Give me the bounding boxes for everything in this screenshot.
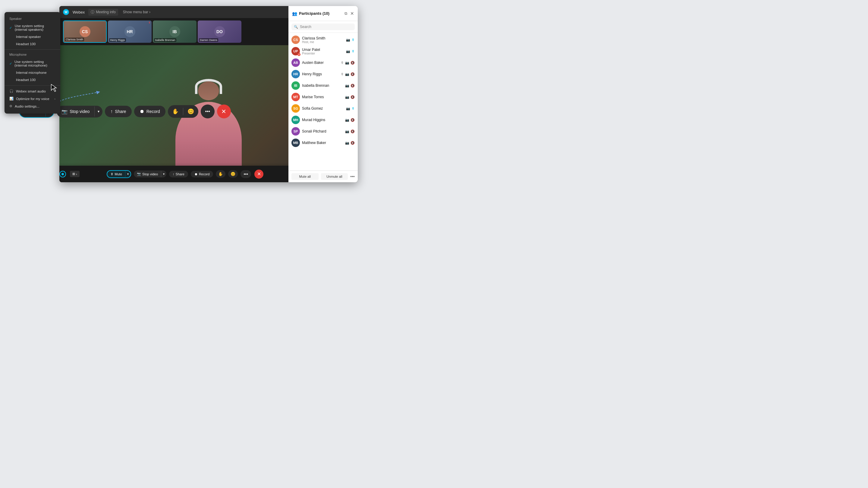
record-button[interactable]: ⏺ Record bbox=[191, 171, 213, 177]
henry-mic-icon: 🎙 bbox=[341, 72, 344, 76]
internal-speaker-option[interactable]: Internal speaker bbox=[4, 33, 60, 40]
share-label: Share bbox=[176, 172, 184, 176]
stop-video-chevron[interactable]: ▾ bbox=[161, 171, 166, 177]
meeting-info-button[interactable]: ⓘ Meeting info bbox=[88, 9, 118, 16]
internal-mic-label: Internal microphone bbox=[16, 71, 47, 74]
more-participants-options[interactable]: ••• bbox=[350, 174, 355, 179]
large-stop-video-button[interactable]: 📷 Stop video bbox=[57, 106, 94, 118]
hand-raise-button[interactable]: ✋ bbox=[216, 170, 225, 178]
thumbnail-isabelle[interactable]: IB Isabelle Brennan bbox=[153, 21, 196, 43]
headphones bbox=[195, 79, 222, 94]
participants-list: CS Clarissa Smith Host, me 📷 🎙 UP S Umar… bbox=[288, 33, 358, 170]
large-record-label: Record bbox=[147, 109, 160, 114]
clarissa-mic-icon: 🎙 bbox=[351, 38, 355, 41]
avatar-matthew: MB bbox=[291, 138, 300, 147]
stop-video-button[interactable]: 📷 Stop video bbox=[134, 170, 161, 177]
participant-austen[interactable]: AB Austen Baker 🎙 📷 🔇 bbox=[288, 57, 358, 68]
mute-button-group: 🎙 Mute ▾ bbox=[107, 170, 131, 178]
thumb-name-darren: Darren Owens bbox=[199, 38, 218, 42]
sonali-info: Sonali Pitchard bbox=[302, 129, 343, 133]
internal-mic-option[interactable]: Internal microphone bbox=[4, 69, 60, 76]
thumbnail-clarissa[interactable]: CS Clarissa Smith bbox=[63, 21, 107, 43]
matthew-icons: 📷 🔇 bbox=[345, 141, 355, 145]
umar-name: Umar Patel bbox=[302, 47, 344, 52]
large-hand-button[interactable]: ✋ bbox=[168, 105, 183, 118]
participant-sofia[interactable]: SG Sofia Gomez 📷 🎙 bbox=[288, 103, 358, 114]
large-share-button[interactable]: ↑ Share bbox=[105, 106, 131, 117]
show-menu-bar-button[interactable]: Show menu bar › bbox=[123, 10, 150, 14]
thumbnail-henry[interactable]: HR 🎙 Henry Riggs bbox=[108, 21, 152, 43]
matthew-cam-icon: 📷 bbox=[345, 141, 349, 145]
participant-matthew[interactable]: MB Matthew Baker 📷 🔇 bbox=[288, 137, 358, 149]
participant-marise[interactable]: MT Marise Torres 📷 🔇 bbox=[288, 91, 358, 103]
headset-speaker-option[interactable]: Headset 100 bbox=[4, 40, 60, 47]
layout-small-btn[interactable]: ⊞ › bbox=[70, 171, 80, 177]
headset-mic-label: Headset 100 bbox=[16, 78, 36, 82]
emoji-button[interactable]: 😊 bbox=[228, 170, 238, 178]
participants-panel: 👥 Participants (10) ⧉ ✕ 🔍 CS Clarissa Sm… bbox=[288, 6, 358, 182]
participant-henry[interactable]: HR Henry Riggs 🎙 📷 🔇 bbox=[288, 68, 358, 80]
separator-1 bbox=[4, 50, 60, 50]
share-button[interactable]: ↑ Share bbox=[169, 171, 188, 177]
umar-role: Presenter bbox=[302, 52, 344, 55]
participant-murad[interactable]: MH Murad Higgins 📷 🔇 bbox=[288, 114, 358, 126]
sonali-cam-icon: 📷 bbox=[345, 130, 349, 133]
thumbnail-darren[interactable]: DO Darren Owens bbox=[198, 21, 241, 43]
large-record-button[interactable]: ⏺ Record bbox=[134, 106, 165, 117]
large-more-button[interactable]: ••• bbox=[201, 104, 215, 119]
umar-icons: 📷 🎙 bbox=[346, 50, 355, 53]
large-share-icon: ↑ bbox=[110, 109, 113, 114]
search-input[interactable] bbox=[300, 25, 352, 29]
optimize-voice-label: Optimize for my voice bbox=[16, 97, 50, 101]
avatar-isabelle-thumb: IB bbox=[169, 26, 180, 37]
webex-smart-audio-option[interactable]: 🎧 Webex smart audio bbox=[4, 87, 60, 95]
isabella-info: Isabella Brennan bbox=[302, 84, 343, 88]
mute-chevron-button[interactable]: ▾ bbox=[125, 171, 130, 177]
mute-all-button[interactable]: Mute all bbox=[291, 173, 318, 180]
mute-button[interactable]: 🎙 Mute bbox=[107, 171, 125, 177]
henry-mic-muted-icon: 🔇 bbox=[350, 72, 355, 76]
thumb-name-henry: Henry Riggs bbox=[109, 38, 126, 42]
large-stop-video-group: 📷 Stop video ▾ bbox=[57, 106, 102, 118]
large-end-call-button[interactable]: ✕ bbox=[217, 104, 231, 119]
search-input-wrap: 🔍 bbox=[291, 24, 355, 30]
murad-mic-muted-icon: 🔇 bbox=[350, 118, 355, 122]
panel-popout-button[interactable]: ⧉ bbox=[344, 11, 347, 16]
unmute-all-button[interactable]: Unmute all bbox=[321, 173, 348, 180]
avatar-henry-thumb: HR bbox=[124, 26, 135, 37]
video-subject bbox=[166, 75, 251, 178]
sofia-icons: 📷 🎙 bbox=[346, 107, 355, 110]
audio-dropdown-menu: Speaker ✓ Use system setting (internal s… bbox=[4, 12, 60, 113]
audio-settings-option[interactable]: ⚙ Audio settings... bbox=[4, 102, 60, 110]
austen-info: Austen Baker bbox=[302, 61, 338, 65]
avatar-sofia: SG bbox=[291, 104, 300, 113]
speaker-system-label: Use system setting (internal speakers) bbox=[15, 24, 56, 31]
avatar-murad: MH bbox=[291, 116, 300, 124]
large-stop-video-chevron[interactable]: ▾ bbox=[94, 106, 102, 117]
umar-info: Umar Patel Presenter bbox=[302, 47, 344, 55]
avatar-sonali: SP bbox=[291, 127, 300, 135]
participants-search-bar: 🔍 bbox=[288, 21, 358, 33]
large-emoji-button[interactable]: 😊 bbox=[183, 105, 198, 118]
speaker-section-label: Speaker bbox=[4, 16, 60, 22]
austen-name: Austen Baker bbox=[302, 61, 338, 65]
avatar-clarissa-thumb: CS bbox=[80, 26, 90, 37]
participant-isabella[interactable]: IB Isabella Brennan 📷 🔇 bbox=[288, 80, 358, 91]
headset-mic-option[interactable]: Headset 100 bbox=[4, 76, 60, 84]
sonali-mic-muted-icon: 🔇 bbox=[350, 130, 355, 133]
speaker-system-setting[interactable]: ✓ Use system setting (internal speakers) bbox=[4, 22, 60, 33]
participant-clarissa[interactable]: CS Clarissa Smith Host, me 📷 🎙 bbox=[288, 34, 358, 45]
participant-umar[interactable]: UP S Umar Patel Presenter 📷 🎙 bbox=[288, 45, 358, 57]
more-options-button[interactable]: ••• bbox=[241, 170, 251, 178]
participant-sonali[interactable]: SP Sonali Pitchard 📷 🔇 bbox=[288, 126, 358, 137]
clarissa-info: Clarissa Smith Host, me bbox=[302, 36, 344, 44]
video-control-bar: ⊞ › 🎙 Mute ▾ 📷 Stop video ▾ bbox=[59, 166, 288, 182]
mic-system-setting[interactable]: ✓ Use system setting (internal microphon… bbox=[4, 58, 60, 69]
thumb-name-clarissa: Clarissa Smith bbox=[65, 38, 84, 41]
microphone-section-label: Microphone bbox=[4, 52, 60, 58]
end-call-button[interactable]: ✕ bbox=[254, 170, 264, 178]
optimize-voice-option[interactable]: 📊 Optimize for my voice › bbox=[4, 95, 60, 102]
umar-cam-icon: 📷 bbox=[346, 50, 350, 53]
separator-2 bbox=[4, 85, 60, 86]
panel-close-button[interactable]: ✕ bbox=[350, 11, 354, 16]
